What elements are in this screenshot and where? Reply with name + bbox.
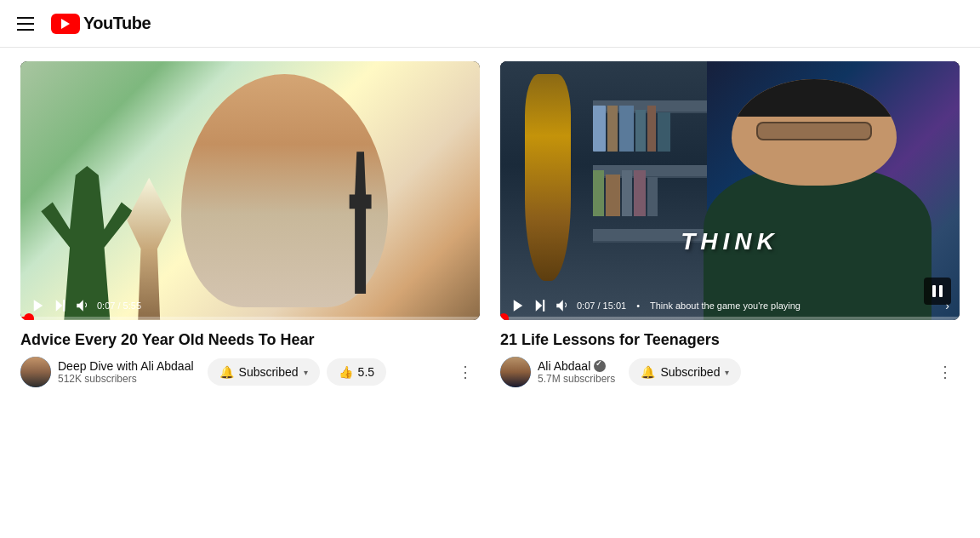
time-display-1: 0:07 / 5:55 — [97, 300, 141, 311]
video-title-1: Advice Every 20 Year Old Needs To Hear — [20, 330, 480, 350]
channel-row-1: Deep Dive with Ali Abdaal 512K subscribe… — [20, 357, 480, 387]
progress-bar-fill-1 — [20, 317, 30, 320]
bell-icon-2: 🔔 — [641, 365, 655, 379]
separator: • — [636, 300, 640, 311]
channel-info-2: Ali Abdaal 5.7M subscribers — [538, 359, 615, 385]
svg-marker-1 — [56, 300, 63, 312]
subscribe-label-2: Subscribed — [660, 365, 720, 379]
pause-bar-left — [932, 285, 936, 297]
next-button-1[interactable] — [53, 298, 68, 313]
volume-button-1[interactable] — [75, 298, 90, 313]
video-title-2: 21 Life Lessons for Teenagers — [500, 330, 960, 350]
person-glasses-2 — [756, 122, 872, 141]
person-head-2 — [732, 79, 897, 186]
chevron-down-icon-2: ▾ — [725, 368, 729, 377]
video-controls-1: 0:07 / 5:55 — [20, 298, 480, 313]
like-button-1[interactable]: 👍 5.5 — [327, 358, 386, 386]
channel-avatar-2[interactable] — [500, 357, 531, 387]
chevron-down-icon-1: ▾ — [304, 368, 308, 377]
svg-rect-6 — [543, 300, 544, 312]
pause-indicator-2[interactable] — [924, 278, 951, 305]
video-controls-2: 0:07 / 15:01 • Think about the game you'… — [500, 298, 960, 313]
subscribe-label-1: Subscribed — [239, 365, 299, 379]
volume-button-2[interactable] — [555, 298, 570, 313]
svg-rect-2 — [63, 300, 65, 312]
video-thumbnail-1[interactable]: 0:07 / 5:55 — [20, 61, 480, 320]
video-card-1: 0:07 / 5:55 Advice Every 20 Year Old Nee… — [20, 61, 480, 524]
chapter-text-2: Think about the game you're playing — [650, 300, 938, 311]
channel-subs-2: 5.7M subscribers — [538, 373, 615, 385]
play-button-2[interactable] — [510, 298, 526, 313]
svg-marker-3 — [77, 300, 83, 312]
time-display-2: 0:07 / 15:01 — [577, 300, 626, 311]
channel-info-1: Deep Dive with Ali Abdaal 512K subscribe… — [58, 359, 194, 385]
channel-subs-1: 512K subscribers — [58, 373, 194, 385]
video-info-1: Advice Every 20 Year Old Needs To Hear D… — [20, 330, 480, 387]
main-content: 0:07 / 5:55 Advice Every 20 Year Old Nee… — [0, 48, 980, 538]
avatar-image-2 — [500, 357, 531, 387]
youtube-icon — [51, 14, 80, 34]
plant-decoration — [30, 139, 145, 320]
bell-icon-1: 🔔 — [219, 365, 234, 379]
subscribe-button-2[interactable]: 🔔 Subscribed ▾ — [629, 358, 741, 386]
progress-bar-fill-2 — [500, 317, 504, 320]
channel-row-2: Ali Abdaal 5.7M subscribers 🔔 Subscribed… — [500, 357, 960, 387]
person-container-2 — [675, 66, 960, 320]
thumbup-icon-1: 👍 — [339, 365, 353, 379]
like-count-1: 5.5 — [358, 365, 374, 379]
play-button-1[interactable] — [31, 298, 46, 313]
youtube-wordmark: YouTube — [83, 14, 151, 33]
video-thumbnail-2[interactable]: THINK 0:07 / 15:01 — [500, 61, 960, 320]
avatar-image-1 — [20, 357, 51, 387]
channel-name-2[interactable]: Ali Abdaal — [538, 359, 615, 373]
hamburger-menu-button[interactable] — [14, 14, 37, 34]
channel-avatar-1[interactable] — [20, 357, 51, 387]
svg-marker-0 — [34, 300, 43, 312]
video-info-2: 21 Life Lessons for Teenagers Ali Abdaal… — [500, 330, 960, 387]
youtube-logo[interactable]: YouTube — [51, 14, 151, 34]
more-options-button-2[interactable]: ⋮ — [931, 359, 960, 385]
progress-dot-1 — [24, 313, 34, 320]
person-hair-2 — [732, 79, 897, 117]
svg-marker-4 — [514, 300, 523, 312]
more-options-button-1[interactable]: ⋮ — [451, 359, 480, 385]
progress-bar-container-2[interactable] — [500, 317, 960, 320]
header: YouTube — [0, 0, 980, 48]
channel-name-1[interactable]: Deep Dive with Ali Abdaal — [58, 359, 194, 373]
guitar-decoration — [525, 74, 570, 281]
think-text-overlay: THINK — [681, 228, 779, 255]
next-button-2[interactable] — [533, 298, 548, 313]
progress-bar-container-1[interactable] — [20, 317, 480, 320]
verified-icon-2 — [594, 360, 606, 372]
svg-marker-7 — [556, 300, 563, 312]
pause-bar-right — [939, 285, 943, 297]
subscribe-button-1[interactable]: 🔔 Subscribed ▾ — [208, 358, 320, 386]
svg-marker-5 — [536, 300, 543, 312]
video-card-2: THINK 0:07 / 15:01 — [500, 61, 960, 524]
